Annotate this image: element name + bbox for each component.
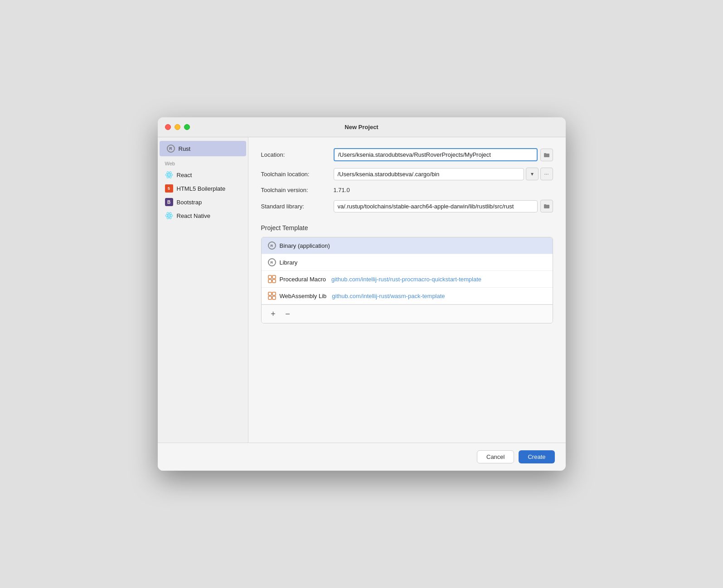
sidebar-section-web: Web bbox=[158, 156, 248, 168]
svg-rect-10 bbox=[544, 205, 549, 208]
minimize-button[interactable] bbox=[175, 124, 180, 130]
toolchain-dropdown-wrapper: /Users/ksenia.starodubtseva/.cargo/bin ▾… bbox=[334, 168, 553, 180]
sidebar-item-react-label: React bbox=[177, 172, 192, 178]
svg-rect-15 bbox=[272, 280, 276, 283]
toolchain-browse-button[interactable]: ··· bbox=[540, 168, 553, 180]
stdlib-browse-button[interactable] bbox=[540, 200, 553, 212]
template-binary-label: Binary (application) bbox=[280, 242, 330, 249]
svg-text:R: R bbox=[271, 296, 272, 298]
sidebar-item-html5[interactable]: 5 HTML5 Boilerplate bbox=[158, 182, 248, 195]
wasm-icon: R bbox=[268, 292, 276, 300]
close-button[interactable] bbox=[165, 124, 171, 130]
sidebar-item-rust-label: Rust bbox=[179, 145, 191, 152]
template-library-label: Library bbox=[280, 259, 298, 266]
template-wasm-label: WebAssembly Lib bbox=[280, 293, 327, 299]
folder-icon bbox=[544, 152, 549, 158]
toolchain-location-row: Toolchain location: /Users/ksenia.starod… bbox=[261, 168, 553, 180]
template-item-proc-macro[interactable]: R Procedural Macro github.com/intellij-r… bbox=[262, 271, 553, 288]
location-input-wrapper bbox=[334, 148, 553, 161]
svg-rect-18 bbox=[268, 292, 272, 295]
svg-rect-12 bbox=[268, 275, 272, 279]
template-item-library[interactable]: R Library bbox=[262, 254, 553, 271]
svg-rect-21 bbox=[272, 296, 276, 299]
template-item-binary[interactable]: R Binary (application) bbox=[262, 237, 553, 254]
toolchain-version-row: Toolchain version: 1.71.0 bbox=[261, 187, 553, 193]
template-proc-macro-link[interactable]: github.com/intellij-rust/rust-procmacro-… bbox=[331, 276, 481, 283]
template-list: R Binary (application) R Library bbox=[261, 237, 553, 323]
svg-rect-13 bbox=[272, 275, 276, 279]
html5-icon: 5 bbox=[165, 184, 173, 193]
sidebar: R Rust Web React 5 HTML5 Boilerplate bbox=[158, 137, 248, 443]
binary-rust-icon: R bbox=[268, 241, 276, 250]
toolchain-location-select[interactable]: /Users/ksenia.starodubtseva/.cargo/bin bbox=[334, 168, 524, 180]
library-rust-icon: R bbox=[268, 258, 276, 266]
react-native-icon bbox=[165, 212, 173, 220]
react-icon bbox=[165, 171, 173, 179]
footer: Cancel Create bbox=[158, 443, 566, 471]
sidebar-item-react[interactable]: React bbox=[158, 168, 248, 182]
sidebar-item-html5-label: HTML5 Boilerplate bbox=[177, 185, 226, 192]
stdlib-label: Standard library: bbox=[261, 203, 334, 210]
stdlib-input[interactable] bbox=[334, 200, 538, 212]
location-browse-button[interactable] bbox=[540, 149, 553, 161]
location-label: Location: bbox=[261, 151, 334, 158]
traffic-lights bbox=[165, 124, 190, 130]
stdlib-row: Standard library: bbox=[261, 200, 553, 212]
sidebar-item-bootstrap[interactable]: B Bootstrap bbox=[158, 195, 248, 209]
template-proc-macro-label: Procedural Macro bbox=[280, 276, 326, 283]
title-bar: New Project bbox=[158, 117, 566, 137]
toolchain-location-label: Toolchain location: bbox=[261, 171, 334, 178]
proc-macro-icon: R bbox=[268, 275, 276, 283]
create-button[interactable]: Create bbox=[519, 450, 554, 463]
template-item-wasm[interactable]: R WebAssembly Lib github.com/intellij-ru… bbox=[262, 288, 553, 304]
template-wasm-link[interactable]: github.com/intellij-rust/wasm-pack-templ… bbox=[332, 293, 445, 299]
toolchain-version-label: Toolchain version: bbox=[261, 187, 334, 193]
svg-rect-8 bbox=[544, 154, 549, 157]
sidebar-item-rust[interactable]: R Rust bbox=[160, 141, 246, 156]
project-template-title: Project Template bbox=[261, 224, 553, 231]
rust-icon: R bbox=[167, 145, 175, 153]
svg-point-7 bbox=[168, 215, 170, 217]
add-template-button[interactable]: + bbox=[268, 308, 279, 319]
svg-point-3 bbox=[168, 174, 170, 176]
main-panel: Location: Toolchain location: / bbox=[248, 137, 566, 443]
dialog-title: New Project bbox=[345, 124, 378, 130]
svg-text:R: R bbox=[271, 279, 272, 281]
svg-rect-19 bbox=[272, 292, 276, 295]
sidebar-item-react-native-label: React Native bbox=[177, 212, 210, 219]
stdlib-input-wrapper bbox=[334, 200, 553, 212]
toolchain-dropdown-button[interactable]: ▾ bbox=[526, 168, 539, 180]
new-project-dialog: New Project R Rust Web React bbox=[158, 117, 566, 471]
bootstrap-icon: B bbox=[165, 198, 173, 206]
toolchain-version-value: 1.71.0 bbox=[334, 187, 350, 193]
template-actions: + − bbox=[262, 304, 553, 323]
location-input[interactable] bbox=[334, 148, 538, 161]
sidebar-item-bootstrap-label: Bootstrap bbox=[177, 199, 202, 206]
maximize-button[interactable] bbox=[184, 124, 190, 130]
svg-rect-11 bbox=[544, 204, 546, 205]
svg-rect-9 bbox=[544, 153, 546, 154]
location-row: Location: bbox=[261, 148, 553, 161]
sidebar-item-react-native[interactable]: React Native bbox=[158, 209, 248, 222]
stdlib-folder-icon bbox=[544, 203, 549, 209]
cancel-button[interactable]: Cancel bbox=[477, 450, 514, 463]
content-area: R Rust Web React 5 HTML5 Boilerplate bbox=[158, 137, 566, 443]
remove-template-button[interactable]: − bbox=[282, 308, 293, 319]
